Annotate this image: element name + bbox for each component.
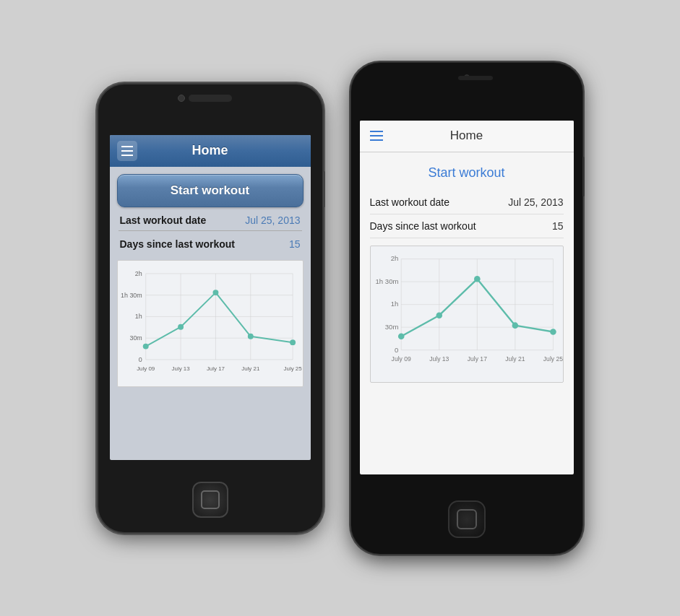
- days-since-row2: Days since last workout 15: [370, 214, 564, 238]
- svg-text:July 09: July 09: [137, 365, 155, 371]
- svg-text:30m: 30m: [129, 334, 142, 342]
- phone1-screen: Home Start workout Last workout date Jul…: [110, 135, 311, 460]
- svg-text:July 09: July 09: [391, 355, 410, 362]
- phone1-camera: [178, 95, 185, 102]
- nav-title1: Home: [191, 143, 228, 158]
- start-workout-button2[interactable]: Start workout: [370, 160, 564, 191]
- svg-text:0: 0: [138, 355, 142, 363]
- phone1-device: Home Start workout Last workout date Jul…: [98, 84, 322, 532]
- phone1-home-button[interactable]: [192, 482, 228, 518]
- svg-text:1h: 1h: [390, 300, 398, 308]
- last-workout-label2: Last workout date: [370, 196, 450, 208]
- svg-point-22: [212, 290, 218, 295]
- svg-text:0: 0: [395, 345, 398, 353]
- menu2-line2: [370, 135, 383, 136]
- phone2-device: Home Start workout Last workout date Jul…: [351, 63, 582, 554]
- svg-text:July 21: July 21: [505, 355, 525, 362]
- svg-point-24: [290, 339, 296, 345]
- hamburger-menu-button[interactable]: [117, 141, 137, 161]
- svg-text:July 13: July 13: [171, 365, 190, 371]
- menu-line3: [121, 155, 133, 156]
- nav-title2: Home: [450, 129, 483, 143]
- svg-point-48: [512, 322, 518, 329]
- svg-point-46: [436, 312, 442, 318]
- start-workout-button1[interactable]: Start workout: [117, 174, 304, 207]
- chart1-container: 2h 1h 30m 1h 30m 0 July 09 July 13 July …: [117, 260, 304, 388]
- app2-container: Home Start workout Last workout date Jul…: [360, 121, 574, 474]
- svg-text:1h 30m: 1h 30m: [121, 291, 142, 298]
- last-workout-label1: Last workout date: [120, 214, 207, 226]
- last-workout-row1: Last workout date Jul 25, 2013: [117, 207, 304, 230]
- svg-text:July 21: July 21: [241, 365, 260, 371]
- days-since-row1: Days since last workout 15: [117, 231, 304, 254]
- svg-point-47: [474, 275, 481, 282]
- chart1: 2h 1h 30m 1h 30m 0 July 09 July 13 July …: [121, 266, 300, 381]
- phone2-home-button[interactable]: [448, 500, 486, 538]
- svg-text:July 25: July 25: [543, 355, 562, 362]
- svg-text:2h: 2h: [390, 254, 398, 262]
- phone1-side-button: [323, 171, 325, 207]
- days-label2: Days since last workout: [370, 220, 476, 232]
- svg-point-23: [247, 333, 253, 339]
- app1-container: Home Start workout Last workout date Jul…: [110, 135, 311, 460]
- app2-content: Start workout Last workout date Jul 25, …: [360, 152, 574, 474]
- svg-text:July 17: July 17: [206, 365, 224, 371]
- svg-text:July 17: July 17: [467, 355, 486, 362]
- nav-bar2: Home: [360, 121, 574, 152]
- days-label1: Days since last workout: [120, 238, 236, 250]
- svg-text:2h: 2h: [134, 269, 142, 277]
- svg-point-21: [178, 324, 184, 329]
- nav-bar1: Home: [110, 135, 311, 167]
- last-workout-value2: Jul 25, 2013: [508, 196, 563, 208]
- svg-text:1h 30m: 1h 30m: [375, 277, 398, 285]
- days-value2: 15: [552, 220, 564, 232]
- menu-line2: [121, 150, 133, 152]
- last-workout-row2: Last workout date Jul 25, 2013: [370, 191, 564, 214]
- svg-text:30m: 30m: [384, 323, 398, 331]
- phone2-screen: Home Start workout Last workout date Jul…: [360, 121, 574, 474]
- last-workout-value1: Jul 25, 2013: [245, 214, 300, 226]
- svg-text:July 13: July 13: [429, 355, 449, 362]
- phone2-speaker: [458, 76, 493, 80]
- app1-content: Start workout Last workout date Jul 25, …: [110, 167, 311, 460]
- menu-line1: [121, 146, 133, 147]
- chart2-container: 2h 1h 30m 1h 30m 0 July 09 July 13 July …: [370, 246, 564, 383]
- days-value1: 15: [289, 238, 301, 250]
- menu2-line3: [370, 139, 383, 141]
- svg-point-20: [142, 343, 148, 349]
- svg-text:July 25: July 25: [283, 365, 302, 371]
- hamburger-menu-button2[interactable]: [367, 128, 386, 144]
- phone2-side-button: [582, 157, 585, 196]
- menu2-line1: [370, 131, 383, 132]
- svg-point-49: [550, 329, 556, 335]
- chart2: 2h 1h 30m 1h 30m 0 July 09 July 13 July …: [374, 252, 560, 376]
- svg-point-45: [397, 333, 404, 339]
- svg-text:1h: 1h: [134, 313, 142, 320]
